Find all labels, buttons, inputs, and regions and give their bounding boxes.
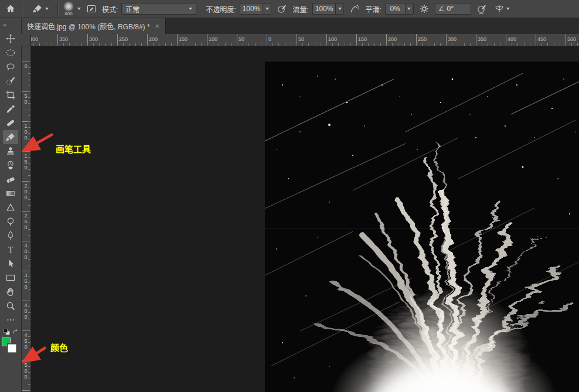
ruler-h-label: 350 — [476, 34, 486, 46]
sharpen-tool[interactable] — [3, 200, 18, 214]
ruler-h-label: 150 — [177, 34, 188, 46]
tools-panel: » T — [0, 18, 22, 392]
ruler-v-label: 250 — [22, 211, 29, 230]
pen-tool[interactable] — [3, 229, 18, 243]
separator — [23, 2, 23, 15]
pressure-opacity-button[interactable] — [275, 2, 289, 16]
eraser-tool[interactable] — [3, 172, 18, 186]
options-bar: 600 模式: 正常 不透明度: 100% 流量: 100% — [0, 0, 579, 18]
smoothing-options-button[interactable] — [417, 2, 431, 16]
dodge-tool-icon — [5, 216, 16, 227]
gradient-tool[interactable] — [3, 186, 18, 200]
gear-icon — [419, 4, 430, 14]
brush-tool-preset-button[interactable] — [29, 2, 52, 16]
ruler-h-label: 200 — [147, 34, 158, 46]
svg-text:T: T — [8, 246, 13, 254]
default-colors-icon[interactable] — [3, 328, 11, 336]
brush-tool-icon — [5, 132, 16, 142]
background-color-swatch[interactable] — [8, 344, 16, 353]
ruler-h-label: 50 — [297, 34, 304, 46]
ruler-vertical[interactable]: 050100150200250300350400450500550 — [21, 46, 31, 392]
flow-combo[interactable]: 100% — [312, 3, 345, 15]
brush-tool[interactable] — [3, 130, 18, 144]
ruler-horizontal[interactable]: 4003503002502001501005005010015020025030… — [21, 34, 579, 46]
smoothing-label: 平滑: — [365, 4, 381, 14]
flow-value[interactable]: 100% — [312, 3, 336, 15]
elliptical-marquee-tool-icon — [5, 47, 16, 58]
collapse-tools-chevron-icon[interactable]: » — [0, 18, 21, 32]
brush-icon — [32, 4, 43, 14]
hand-tool[interactable] — [3, 285, 18, 299]
ruler-v-label: 300 — [22, 241, 29, 260]
document-image[interactable] — [265, 62, 579, 392]
chevron-down-icon[interactable] — [77, 8, 81, 10]
spot-healing-brush-tool[interactable] — [3, 116, 18, 130]
eyedropper-tool-icon — [5, 104, 16, 114]
ruler-h-label: 500 — [566, 34, 576, 46]
crop-tool-icon — [5, 90, 16, 100]
opacity-dropdown-button[interactable] — [263, 3, 271, 15]
canvas-viewport[interactable] — [30, 46, 579, 392]
zoom-tool-icon — [5, 301, 16, 311]
opacity-combo[interactable]: 100% — [240, 3, 272, 15]
ruler-v-label: 0 — [22, 62, 29, 69]
photoshop-window: 600 模式: 正常 不透明度: 100% 流量: 100% — [0, 0, 579, 392]
toggle-brush-settings-button[interactable] — [84, 2, 98, 16]
symmetry-button[interactable] — [492, 2, 512, 16]
smoothing-combo[interactable]: 0% — [385, 3, 414, 15]
path-selection-tool-icon — [5, 258, 16, 269]
move-tool[interactable] — [3, 32, 18, 46]
home-button[interactable] — [4, 2, 18, 16]
dodge-tool[interactable] — [3, 214, 18, 229]
smoothing-value[interactable]: 0% — [385, 3, 405, 15]
edit-toolbar-ellipsis[interactable] — [3, 313, 18, 327]
smoothing-dropdown-button[interactable] — [405, 3, 414, 15]
pressure-size-button[interactable] — [475, 2, 489, 16]
quick-selection-tool[interactable] — [3, 74, 18, 88]
chevron-down-icon — [407, 8, 411, 10]
foreground-background-colors — [1, 337, 19, 356]
flow-dropdown-button[interactable] — [335, 3, 344, 15]
angle-icon: ∠ — [438, 5, 445, 13]
brush-angle-field[interactable]: ∠ 0° — [435, 3, 471, 15]
document-tab[interactable]: 快速调色.jpg @ 100% (颜色, RGB/8#) * × — [21, 18, 166, 34]
gradient-tool-icon — [5, 188, 16, 199]
ruler-h-label: 300 — [446, 34, 457, 46]
ruler-h-label: 450 — [536, 34, 546, 46]
crop-tool[interactable] — [3, 88, 18, 102]
quick-selection-tool-icon — [5, 76, 16, 86]
swap-colors-icon[interactable] — [12, 329, 19, 336]
ruler-origin-corner[interactable] — [21, 34, 31, 46]
type-tool[interactable]: T — [3, 243, 18, 257]
ruler-h-label: 200 — [386, 34, 397, 46]
ruler-v-label: 350 — [22, 271, 29, 290]
brush-preset-picker[interactable]: 600 — [63, 0, 74, 18]
ruler-v-label: 100 — [22, 121, 29, 141]
sharpen-tool-icon — [5, 202, 16, 213]
rectangle-tool[interactable] — [3, 271, 18, 285]
soft-brush-icon — [63, 1, 74, 12]
eyedropper-tool[interactable] — [3, 102, 18, 116]
elliptical-marquee-tool[interactable] — [3, 46, 18, 60]
brush-angle-value[interactable]: 0° — [447, 5, 454, 13]
blend-mode-select[interactable]: 正常 — [121, 3, 196, 15]
airbrush-button[interactable] — [348, 2, 362, 16]
path-selection-tool[interactable] — [3, 257, 18, 271]
clone-stamp-tool-icon — [5, 146, 16, 156]
opacity-value[interactable]: 100% — [240, 3, 263, 15]
close-icon[interactable]: × — [155, 22, 160, 30]
ruler-h-label: 400 — [506, 34, 516, 46]
ruler-h-label: 350 — [57, 34, 68, 46]
clone-stamp-tool[interactable] — [3, 144, 18, 158]
zoom-tool[interactable] — [3, 299, 18, 313]
edit-toolbar-ellipsis-icon — [5, 315, 16, 325]
lasso-tool[interactable] — [3, 60, 18, 74]
pressure-opacity-icon — [277, 4, 287, 14]
document-tab-title: 快速调色.jpg @ 100% (颜色, RGB/8#) * — [27, 21, 150, 31]
history-brush-tool[interactable] — [3, 158, 18, 172]
ruler-h-label: 250 — [117, 34, 128, 46]
tools-list: T — [0, 32, 21, 327]
ruler-v-label: 150 — [22, 151, 29, 171]
hand-tool-icon — [5, 287, 16, 297]
opacity-label: 不透明度: — [206, 4, 236, 14]
